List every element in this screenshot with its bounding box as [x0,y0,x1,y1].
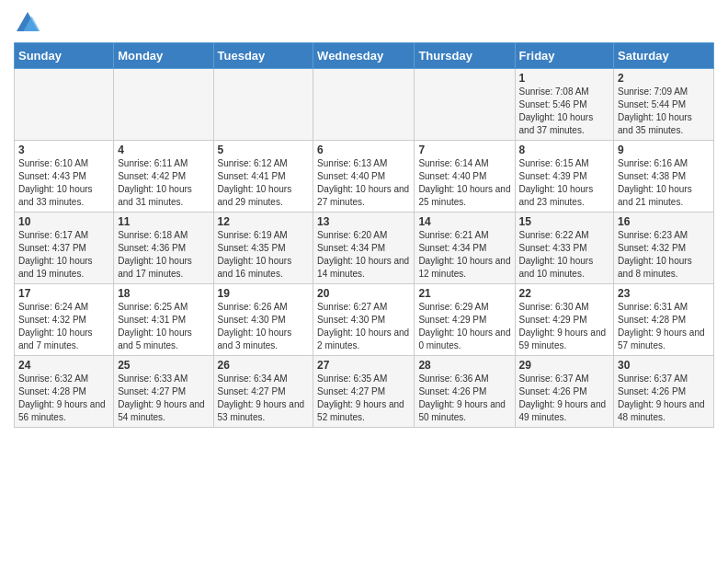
day-info: Sunrise: 6:13 AM Sunset: 4:40 PM Dayligh… [317,157,410,209]
day-number: 24 [18,359,109,372]
calendar-cell: 24Sunrise: 6:32 AM Sunset: 4:28 PM Dayli… [15,356,114,428]
calendar-cell: 8Sunrise: 6:15 AM Sunset: 4:39 PM Daylig… [515,141,614,213]
calendar-day-header: Thursday [415,43,515,69]
calendar-day-header: Tuesday [213,43,313,69]
day-number: 30 [618,359,710,372]
calendar-cell: 26Sunrise: 6:34 AM Sunset: 4:27 PM Dayli… [213,356,313,428]
calendar-cell: 2Sunrise: 7:09 AM Sunset: 5:44 PM Daylig… [614,69,714,141]
calendar-cell: 30Sunrise: 6:37 AM Sunset: 4:26 PM Dayli… [614,356,714,428]
day-info: Sunrise: 6:24 AM Sunset: 4:32 PM Dayligh… [18,301,109,352]
day-number: 18 [118,287,209,300]
calendar-cell: 16Sunrise: 6:23 AM Sunset: 4:32 PM Dayli… [614,213,714,284]
calendar-cell: 25Sunrise: 6:33 AM Sunset: 4:27 PM Dayli… [114,356,213,428]
day-info: Sunrise: 6:23 AM Sunset: 4:32 PM Dayligh… [618,229,710,281]
calendar-cell: 28Sunrise: 6:36 AM Sunset: 4:26 PM Dayli… [415,356,515,428]
calendar-cell [313,69,415,141]
day-number: 20 [317,287,410,300]
day-info: Sunrise: 6:21 AM Sunset: 4:34 PM Dayligh… [418,229,510,281]
day-number: 10 [18,215,109,228]
calendar-cell: 23Sunrise: 6:31 AM Sunset: 4:28 PM Dayli… [614,284,714,356]
calendar-day-header: Friday [515,43,614,69]
calendar-cell: 29Sunrise: 6:37 AM Sunset: 4:26 PM Dayli… [515,356,614,428]
calendar-cell: 22Sunrise: 6:30 AM Sunset: 4:29 PM Dayli… [515,284,614,356]
calendar-cell: 17Sunrise: 6:24 AM Sunset: 4:32 PM Dayli… [15,284,114,356]
calendar-cell: 18Sunrise: 6:25 AM Sunset: 4:31 PM Dayli… [114,284,213,356]
day-number: 17 [18,287,109,300]
day-number: 8 [519,144,610,156]
calendar-cell: 14Sunrise: 6:21 AM Sunset: 4:34 PM Dayli… [415,213,515,284]
day-info: Sunrise: 7:09 AM Sunset: 5:44 PM Dayligh… [618,86,710,137]
calendar-cell [213,69,313,141]
calendar-week-row: 1Sunrise: 7:08 AM Sunset: 5:46 PM Daylig… [15,69,714,141]
day-number: 12 [218,215,310,228]
day-number: 26 [218,359,310,372]
calendar-cell [15,69,114,141]
day-number: 23 [618,287,710,300]
header [14,9,714,37]
calendar-cell: 9Sunrise: 6:16 AM Sunset: 4:38 PM Daylig… [614,141,714,213]
day-number: 3 [18,144,109,156]
day-number: 16 [618,215,710,228]
day-info: Sunrise: 6:25 AM Sunset: 4:31 PM Dayligh… [118,301,209,352]
day-number: 14 [418,215,510,228]
day-number: 13 [317,215,410,228]
day-info: Sunrise: 6:14 AM Sunset: 4:40 PM Dayligh… [418,157,510,209]
calendar-cell: 10Sunrise: 6:17 AM Sunset: 4:37 PM Dayli… [15,213,114,284]
logo [14,9,45,37]
day-number: 27 [317,359,410,372]
day-info: Sunrise: 6:34 AM Sunset: 4:27 PM Dayligh… [218,373,310,424]
day-number: 6 [317,144,410,156]
day-number: 28 [418,359,510,372]
calendar-week-row: 3Sunrise: 6:10 AM Sunset: 4:43 PM Daylig… [15,141,714,213]
day-info: Sunrise: 6:29 AM Sunset: 4:29 PM Dayligh… [418,301,510,352]
calendar-cell: 7Sunrise: 6:14 AM Sunset: 4:40 PM Daylig… [415,141,515,213]
calendar-cell: 12Sunrise: 6:19 AM Sunset: 4:35 PM Dayli… [213,213,313,284]
logo-icon [14,9,41,37]
day-info: Sunrise: 6:20 AM Sunset: 4:34 PM Dayligh… [317,229,410,281]
day-info: Sunrise: 6:17 AM Sunset: 4:37 PM Dayligh… [18,229,109,281]
day-number: 4 [118,144,209,156]
calendar-header-row: SundayMondayTuesdayWednesdayThursdayFrid… [15,43,714,69]
day-number: 29 [519,359,610,372]
calendar-cell: 5Sunrise: 6:12 AM Sunset: 4:41 PM Daylig… [213,141,313,213]
calendar-cell: 20Sunrise: 6:27 AM Sunset: 4:30 PM Dayli… [313,284,415,356]
calendar-week-row: 24Sunrise: 6:32 AM Sunset: 4:28 PM Dayli… [15,356,714,428]
day-info: Sunrise: 6:30 AM Sunset: 4:29 PM Dayligh… [519,301,610,352]
day-info: Sunrise: 6:31 AM Sunset: 4:28 PM Dayligh… [618,301,710,352]
day-number: 11 [118,215,209,228]
day-info: Sunrise: 6:10 AM Sunset: 4:43 PM Dayligh… [18,157,109,209]
day-info: Sunrise: 6:27 AM Sunset: 4:30 PM Dayligh… [317,301,410,352]
day-info: Sunrise: 6:33 AM Sunset: 4:27 PM Dayligh… [118,373,209,424]
day-info: Sunrise: 6:22 AM Sunset: 4:33 PM Dayligh… [519,229,610,281]
day-info: Sunrise: 6:12 AM Sunset: 4:41 PM Dayligh… [218,157,310,209]
calendar-cell: 21Sunrise: 6:29 AM Sunset: 4:29 PM Dayli… [415,284,515,356]
day-info: Sunrise: 6:36 AM Sunset: 4:26 PM Dayligh… [418,373,510,424]
day-info: Sunrise: 6:35 AM Sunset: 4:27 PM Dayligh… [317,373,410,424]
day-number: 9 [618,144,710,156]
calendar-week-row: 17Sunrise: 6:24 AM Sunset: 4:32 PM Dayli… [15,284,714,356]
day-number: 1 [519,72,610,85]
day-number: 19 [218,287,310,300]
calendar-cell: 4Sunrise: 6:11 AM Sunset: 4:42 PM Daylig… [114,141,213,213]
calendar-week-row: 10Sunrise: 6:17 AM Sunset: 4:37 PM Dayli… [15,213,714,284]
day-number: 25 [118,359,209,372]
day-info: Sunrise: 6:18 AM Sunset: 4:36 PM Dayligh… [118,229,209,281]
day-info: Sunrise: 6:32 AM Sunset: 4:28 PM Dayligh… [18,373,109,424]
day-number: 7 [418,144,510,156]
calendar-cell [114,69,213,141]
calendar-cell: 19Sunrise: 6:26 AM Sunset: 4:30 PM Dayli… [213,284,313,356]
calendar-cell: 3Sunrise: 6:10 AM Sunset: 4:43 PM Daylig… [15,141,114,213]
day-info: Sunrise: 6:37 AM Sunset: 4:26 PM Dayligh… [618,373,710,424]
calendar-cell: 6Sunrise: 6:13 AM Sunset: 4:40 PM Daylig… [313,141,415,213]
calendar-cell: 15Sunrise: 6:22 AM Sunset: 4:33 PM Dayli… [515,213,614,284]
page: SundayMondayTuesdayWednesdayThursdayFrid… [0,0,728,437]
day-number: 5 [218,144,310,156]
day-info: Sunrise: 6:26 AM Sunset: 4:30 PM Dayligh… [218,301,310,352]
calendar-table: SundayMondayTuesdayWednesdayThursdayFrid… [14,42,714,428]
calendar-cell: 13Sunrise: 6:20 AM Sunset: 4:34 PM Dayli… [313,213,415,284]
day-info: Sunrise: 6:15 AM Sunset: 4:39 PM Dayligh… [519,157,610,209]
day-info: Sunrise: 7:08 AM Sunset: 5:46 PM Dayligh… [519,86,610,137]
calendar-day-header: Saturday [614,43,714,69]
day-info: Sunrise: 6:16 AM Sunset: 4:38 PM Dayligh… [618,157,710,209]
calendar-day-header: Monday [114,43,213,69]
